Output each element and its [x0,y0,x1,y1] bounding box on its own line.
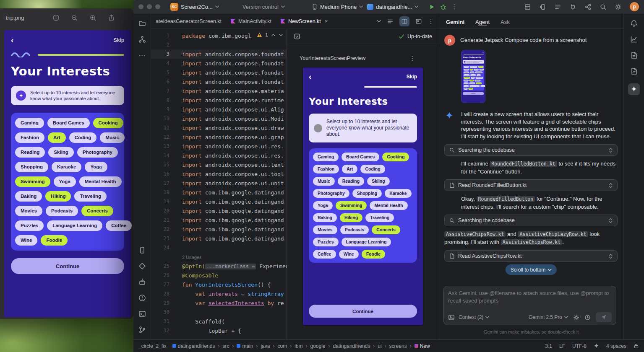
interest-chip[interactable]: Foodie [41,235,68,246]
interest-chip[interactable]: Concerts [372,225,400,234]
tool-call-search[interactable]: Searching the codebase [444,215,618,226]
back-icon[interactable]: ‹ [11,36,13,44]
interest-chip[interactable]: Karaoke [385,189,411,198]
interest-chip[interactable]: Fashion [313,165,339,173]
run-config-selector[interactable]: datingandfrie... [367,4,418,10]
breadcrumb-item[interactable]: main [237,343,253,349]
version-control-icon[interactable] [138,326,146,334]
code-line[interactable]: 2 Usages [151,252,287,261]
code-editor[interactable]: 1package com.ibm.googl23import androidx.… [151,29,287,339]
code-line[interactable]: 3import androidx.compose.foundat [151,49,287,59]
breadcrumb-item[interactable]: ibm [295,343,302,349]
code-line[interactable]: 14import androidx.compose.ui.res. [151,151,287,160]
code-line[interactable]: 27fun YourInterestsScreen() { [151,280,287,289]
interest-chip[interactable]: Wine [339,250,359,259]
interest-chip[interactable]: Yoga [85,162,107,172]
packages-icon[interactable] [138,262,146,270]
interest-chip[interactable]: Language Learning [342,238,391,246]
interest-chip[interactable]: Yoga [313,201,333,210]
interest-chip[interactable]: Wine [15,235,37,246]
tab-agent[interactable]: Agent [475,19,490,25]
code-line[interactable]: 7import androidx.compose.materia [151,86,287,96]
tab-main-activity[interactable]: MainActivity.kt [226,14,276,29]
project-folder-icon[interactable] [138,20,146,27]
tool-call-read[interactable]: Read RoundedFilledButton.kt [444,179,618,191]
breadcrumb-item[interactable]: datingandfriends [333,343,370,349]
interest-chip[interactable]: Photography [313,189,349,198]
run-button[interactable] [428,3,435,10]
interest-chip[interactable]: Swimming [15,176,50,187]
code-line[interactable]: 21import com.ibm.google.datingand [151,215,287,225]
code-line[interactable]: 24 [151,243,287,252]
code-line[interactable]: 2 [151,40,287,49]
interest-chip[interactable]: Shopping [15,162,48,172]
breadcrumb-item[interactable]: datingandfriends [172,343,215,349]
logcat-icon[interactable] [630,52,638,59]
interest-chip[interactable]: Coding [360,165,385,173]
interest-chip[interactable]: Movies [15,206,42,216]
code-line[interactable]: 16import androidx.compose.ui.tool [151,169,287,179]
interest-chip[interactable]: Skiing [48,147,74,158]
build-refresh-icon[interactable] [294,33,300,40]
interest-chip[interactable]: Traveling [74,191,107,202]
interest-chip[interactable]: Hiking [45,191,71,202]
interest-chip[interactable]: Cooking [93,118,123,128]
breadcrumb-item[interactable]: screens [389,343,407,349]
interest-chip[interactable]: Mental Health [370,201,407,210]
interest-chip[interactable]: Reading [338,177,364,186]
interest-chip[interactable]: Baking [15,191,42,202]
code-line[interactable]: 9import androidx.compose.ui.Alig [151,105,287,114]
ai-status-icon[interactable] [594,343,599,349]
breadcrumb-item[interactable]: java [261,343,270,349]
code-line[interactable]: 19import com.ibm.google.datingand [151,197,287,206]
more-tool-windows-icon[interactable]: ⋯ [139,52,146,60]
code-line[interactable]: 32 topBar = { [151,326,287,335]
profiler-icon[interactable] [630,36,638,43]
interest-chip[interactable]: Language Learning [47,220,102,231]
tab-generator-screen[interactable]: ateIdeasGeneratorScreen.kt [151,14,226,29]
lock-icon[interactable] [634,343,639,349]
indent-setting[interactable]: 4 spaces [606,343,626,349]
model-selector[interactable]: Gemini 2.5 Pro [529,314,568,320]
interest-chip[interactable]: Baking [313,213,337,222]
close-tab-icon[interactable]: × [325,18,328,24]
problems-icon[interactable] [138,294,146,302]
code-line[interactable]: 17import androidx.compose.ui.unit [151,179,287,188]
history-icon[interactable] [584,314,591,321]
gemini-toolwindow-button[interactable] [628,83,640,95]
code-line[interactable]: 28 val interests = stringArray [151,289,287,298]
terminal-icon[interactable] [138,310,146,318]
interest-chip[interactable]: Gaming [15,118,44,128]
remote-dev-icon[interactable] [584,3,592,10]
info-icon[interactable] [52,14,60,21]
code-line[interactable]: 30 [151,308,287,317]
send-button[interactable] [596,312,612,322]
code-line[interactable]: 20import com.ibm.google.datingand [151,206,287,215]
code-line[interactable]: 26@Composable [151,271,287,280]
interest-chip[interactable]: Art [342,165,357,173]
interest-chip[interactable]: Coffee [106,220,132,231]
scroll-to-bottom-button[interactable]: Scroll to bottom [506,264,557,275]
code-line[interactable]: 12import androidx.compose.ui.grap [151,132,287,142]
project-selector[interactable]: SC Screen2Co... [170,3,219,11]
design-view-toggle[interactable] [414,16,424,26]
hidden-tabs-icon[interactable] [377,20,381,23]
file-encoding[interactable]: UTF-8 [572,343,587,349]
breadcrumb-item[interactable]: New [415,343,430,349]
tab-ask[interactable]: Ask [501,19,510,25]
interest-chip[interactable]: Music [313,177,335,186]
editor-options-icon[interactable]: ⋮ [428,18,434,25]
interest-chip[interactable]: Podcasts [340,225,369,234]
interest-chip[interactable]: Coffee [313,250,336,259]
running-devices-icon[interactable] [138,246,146,254]
tool-call-search[interactable]: Searching the codebase [444,144,618,156]
inspections-widget[interactable]: 1 [257,32,283,38]
settings-gear-icon[interactable] [615,3,622,10]
code-line[interactable]: 23import com.ibm.google.datingand [151,234,287,243]
gemini-settings-icon[interactable] [573,314,579,321]
code-line[interactable]: 31 Scaffold( [151,317,287,326]
interest-chip[interactable]: Hiking [340,213,362,222]
attached-screenshot-thumbnail[interactable]: ‹ Skip Your Interests Select up to 10 in… [461,50,485,103]
context-selector[interactable]: Context (2) [459,314,489,320]
interest-chip[interactable]: Fashion [15,132,44,143]
